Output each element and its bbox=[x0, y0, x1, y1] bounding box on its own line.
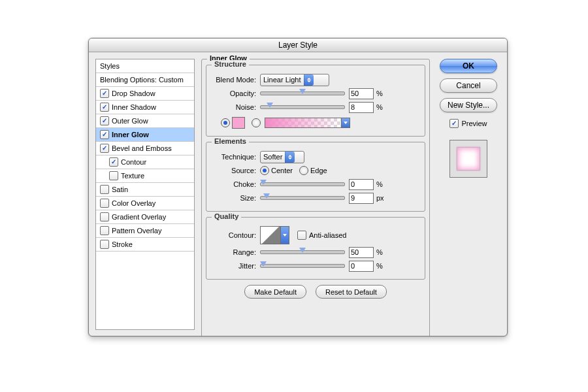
styles-row-inner-shadow[interactable]: Inner Shadow bbox=[96, 101, 194, 114]
source-label: Source: bbox=[213, 167, 256, 174]
center-panel: Inner Glow Structure Blend Mode: Linear … bbox=[201, 59, 430, 330]
gradient-dropdown-icon[interactable] bbox=[342, 118, 350, 128]
preview-label: Preview bbox=[461, 120, 487, 127]
styles-row-inner-glow[interactable]: Inner Glow bbox=[96, 128, 194, 142]
elements-legend: Elements bbox=[212, 137, 249, 145]
blend-mode-label: Blend Mode: bbox=[213, 76, 256, 84]
styles-row-gradient-overlay[interactable]: Gradient Overlay bbox=[96, 210, 194, 224]
choke-label: Choke: bbox=[213, 180, 256, 188]
checkbox-icon[interactable] bbox=[100, 89, 109, 98]
checkbox-icon[interactable] bbox=[100, 130, 109, 139]
source-edge-radio[interactable] bbox=[299, 166, 308, 175]
noise-slider[interactable] bbox=[260, 103, 345, 112]
size-value[interactable]: 9 bbox=[349, 193, 374, 204]
style-label: Satin bbox=[112, 186, 128, 193]
noise-value[interactable]: 8 bbox=[349, 102, 374, 113]
size-unit: px bbox=[376, 194, 384, 202]
antialiased-label: Anti-aliased bbox=[309, 231, 346, 239]
styles-row-satin[interactable]: Satin bbox=[96, 183, 194, 197]
choke-unit: % bbox=[376, 180, 383, 188]
styles-row-contour[interactable]: Contour bbox=[96, 155, 194, 169]
make-default-button[interactable]: Make Default bbox=[244, 285, 306, 299]
checkbox-icon[interactable] bbox=[100, 212, 109, 221]
jitter-label: Jitter: bbox=[213, 262, 256, 270]
checkbox-icon[interactable] bbox=[100, 185, 109, 194]
styles-row-bevel-and-emboss[interactable]: Bevel and Emboss bbox=[96, 142, 194, 155]
size-slider[interactable] bbox=[260, 193, 345, 203]
cancel-button[interactable]: Cancel bbox=[440, 78, 497, 93]
range-unit: % bbox=[376, 248, 383, 256]
style-label: Drop Shadow bbox=[112, 90, 155, 97]
inner-glow-group: Inner Glow Structure Blend Mode: Linear … bbox=[201, 59, 430, 336]
content: Styles Blending Options: Custom Drop Sha… bbox=[89, 52, 507, 336]
style-label: Pattern Overlay bbox=[112, 227, 161, 235]
style-label: Bevel and Emboss bbox=[112, 144, 172, 152]
contour-swatch[interactable] bbox=[260, 226, 281, 244]
preview-box bbox=[449, 140, 487, 178]
blend-mode-dropdown[interactable]: Linear Light bbox=[260, 74, 329, 86]
blending-options-row[interactable]: Blending Options: Custom bbox=[96, 73, 194, 87]
range-slider[interactable] bbox=[260, 248, 345, 257]
checkbox-icon[interactable] bbox=[109, 157, 118, 167]
styles-row-stroke[interactable]: Stroke bbox=[96, 238, 194, 252]
noise-label: Noise: bbox=[213, 103, 256, 111]
checkbox-icon[interactable] bbox=[100, 116, 109, 125]
layer-style-dialog: Layer Style Styles Blending Options: Cus… bbox=[88, 38, 508, 336]
style-label: Color Overlay bbox=[112, 199, 155, 207]
choke-slider[interactable] bbox=[260, 180, 345, 189]
jitter-slider[interactable] bbox=[260, 261, 345, 270]
styles-row-pattern-overlay[interactable]: Pattern Overlay bbox=[96, 224, 194, 238]
range-label: Range: bbox=[213, 248, 256, 256]
structure-fieldset: Structure Blend Mode: Linear Light Opaci… bbox=[206, 65, 425, 137]
styles-row-texture[interactable]: Texture bbox=[96, 169, 194, 183]
styles-row-outer-glow[interactable]: Outer Glow bbox=[96, 114, 194, 128]
checkbox-icon[interactable] bbox=[100, 144, 109, 153]
preview-checkbox[interactable] bbox=[449, 119, 459, 128]
jitter-unit: % bbox=[376, 262, 383, 270]
structure-legend: Structure bbox=[212, 60, 249, 68]
style-label: Inner Glow bbox=[112, 131, 149, 139]
technique-value: Softer bbox=[263, 153, 282, 161]
style-label: Outer Glow bbox=[112, 117, 148, 125]
noise-unit: % bbox=[376, 103, 383, 111]
opacity-label: Opacity: bbox=[213, 90, 256, 97]
style-label: Texture bbox=[121, 172, 144, 180]
contour-dropdown-icon[interactable] bbox=[281, 226, 289, 244]
right-column: OK Cancel New Style... Preview bbox=[436, 59, 500, 330]
style-label: Contour bbox=[121, 158, 146, 166]
reset-to-default-button[interactable]: Reset to Default bbox=[316, 285, 387, 299]
styles-sidebar: Styles Blending Options: Custom Drop Sha… bbox=[95, 59, 195, 330]
opacity-unit: % bbox=[376, 90, 383, 97]
checkbox-icon[interactable] bbox=[100, 199, 109, 208]
jitter-value[interactable]: 0 bbox=[349, 261, 374, 272]
antialiased-checkbox[interactable] bbox=[297, 231, 306, 240]
gradient-radio[interactable] bbox=[252, 118, 261, 127]
new-style-button[interactable]: New Style... bbox=[440, 98, 497, 112]
opacity-value[interactable]: 50 bbox=[349, 88, 374, 99]
technique-dropdown[interactable]: Softer bbox=[260, 151, 304, 163]
checkbox-icon[interactable] bbox=[100, 226, 109, 235]
glow-gradient-bar[interactable] bbox=[265, 118, 342, 128]
checkbox-icon[interactable] bbox=[100, 103, 109, 112]
range-value[interactable]: 50 bbox=[349, 247, 374, 258]
quality-fieldset: Quality Contour: Anti-aliased Range: bbox=[206, 217, 425, 280]
checkbox-icon[interactable] bbox=[100, 240, 109, 249]
style-label: Inner Shadow bbox=[112, 103, 156, 111]
styles-row-color-overlay[interactable]: Color Overlay bbox=[96, 197, 194, 210]
styles-row-drop-shadow[interactable]: Drop Shadow bbox=[96, 87, 194, 101]
source-center-label: Center bbox=[271, 167, 293, 174]
titlebar: Layer Style bbox=[89, 39, 507, 52]
contour-label: Contour: bbox=[213, 231, 256, 239]
elements-fieldset: Elements Technique: Softer Source: Cente… bbox=[206, 142, 425, 212]
dropdown-arrows-icon bbox=[285, 152, 295, 163]
checkbox-icon[interactable] bbox=[109, 171, 118, 180]
styles-header[interactable]: Styles bbox=[96, 59, 194, 73]
technique-label: Technique: bbox=[213, 153, 256, 161]
color-radio[interactable] bbox=[221, 118, 230, 127]
size-label: Size: bbox=[213, 194, 256, 202]
source-center-radio[interactable] bbox=[260, 166, 269, 175]
choke-value[interactable]: 0 bbox=[349, 179, 374, 190]
glow-color-swatch[interactable] bbox=[232, 117, 245, 129]
ok-button[interactable]: OK bbox=[440, 59, 497, 73]
opacity-slider[interactable] bbox=[260, 89, 345, 98]
